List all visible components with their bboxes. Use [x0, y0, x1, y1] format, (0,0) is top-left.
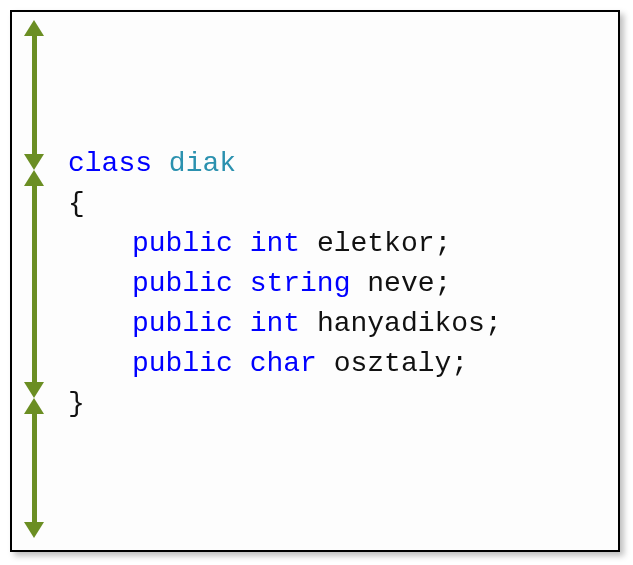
- keyword-class: class: [68, 148, 152, 179]
- type-int: int: [250, 308, 300, 339]
- field-osztaly: osztaly: [334, 348, 452, 379]
- keyword-public: public: [132, 308, 233, 339]
- section-arrows: [26, 20, 42, 538]
- arrow-bottom-section: [26, 398, 42, 538]
- arrow-middle-section: [26, 170, 42, 398]
- field-eletkor: eletkor: [317, 228, 435, 259]
- field-neve: neve: [367, 268, 434, 299]
- type-char: char: [250, 348, 317, 379]
- class-name: diak: [169, 148, 236, 179]
- type-int: int: [250, 228, 300, 259]
- code-snippet-frame: class diak { public int eletkor; public …: [10, 10, 620, 552]
- field-hanyadikos: hanyadikos: [317, 308, 485, 339]
- keyword-public: public: [132, 268, 233, 299]
- brace-open: {: [68, 188, 85, 219]
- code-block: class diak { public int eletkor; public …: [68, 104, 502, 464]
- arrow-top-section: [26, 20, 42, 170]
- type-string: string: [250, 268, 351, 299]
- brace-close: }: [68, 388, 85, 419]
- keyword-public: public: [132, 228, 233, 259]
- keyword-public: public: [132, 348, 233, 379]
